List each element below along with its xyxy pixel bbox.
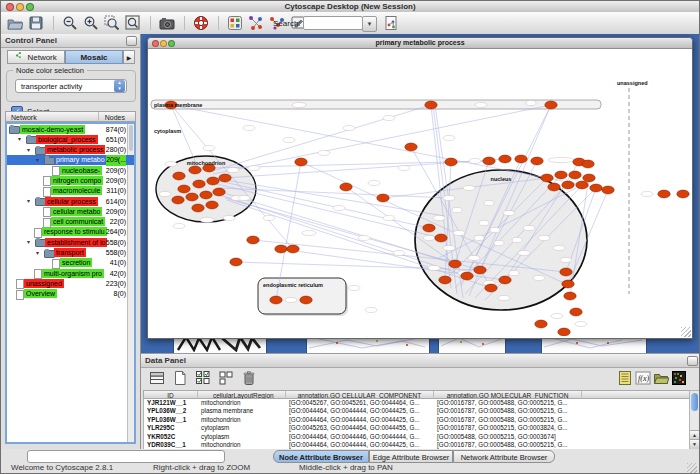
network-node[interactable] bbox=[564, 292, 576, 300]
table-cell[interactable]: [GO:0044464, GO:0044444, GO:0044425, G..… bbox=[286, 407, 434, 415]
node-label[interactable] bbox=[479, 220, 489, 225]
node-label[interactable] bbox=[533, 275, 545, 280]
search-input[interactable] bbox=[303, 16, 363, 30]
network-node[interactable] bbox=[461, 272, 473, 280]
tree-row-label[interactable]: cell communicat bbox=[51, 217, 105, 226]
node-label[interactable] bbox=[484, 200, 494, 205]
node-label[interactable] bbox=[509, 270, 519, 275]
network-tree-row[interactable]: ▾metabolic process280(0) bbox=[7, 145, 134, 155]
network-node[interactable] bbox=[425, 101, 437, 109]
network-node[interactable] bbox=[531, 157, 543, 165]
tree-row-label[interactable]: secretion bbox=[60, 258, 92, 267]
tree-row-label[interactable]: metabolic process bbox=[45, 145, 105, 154]
node-label[interactable] bbox=[318, 150, 330, 155]
node-label[interactable] bbox=[348, 285, 360, 290]
node-label[interactable] bbox=[548, 157, 574, 162]
network-node[interactable] bbox=[172, 196, 184, 204]
network-node[interactable] bbox=[445, 158, 457, 166]
network-edge[interactable] bbox=[225, 159, 505, 178]
network-node[interactable] bbox=[193, 180, 205, 188]
node-label[interactable] bbox=[469, 158, 481, 163]
open-folder-button[interactable] bbox=[7, 15, 23, 31]
tree-row-label[interactable]: response to stimulu bbox=[42, 227, 107, 236]
network-node[interactable] bbox=[499, 276, 511, 284]
table-cell[interactable]: YJR121W__1 bbox=[144, 399, 198, 407]
float-panel-icon[interactable] bbox=[687, 356, 698, 366]
disclosure-triangle-icon[interactable]: ▾ bbox=[27, 237, 30, 247]
node-label[interactable] bbox=[398, 165, 410, 170]
network-node[interactable] bbox=[192, 204, 204, 212]
network-tree-row[interactable]: secretion41(0) bbox=[7, 258, 134, 268]
tab-node-attribute-browser[interactable]: Node Attribute Browser bbox=[273, 450, 369, 463]
network-node[interactable] bbox=[558, 328, 570, 336]
network-node[interactable] bbox=[582, 160, 594, 168]
network-node[interactable] bbox=[423, 224, 435, 232]
network-node[interactable] bbox=[275, 245, 287, 253]
network-node[interactable] bbox=[247, 236, 259, 244]
tree-row-label[interactable]: Overview bbox=[24, 289, 57, 298]
network-node[interactable] bbox=[300, 296, 312, 304]
network-node[interactable] bbox=[200, 191, 212, 199]
network-node[interactable] bbox=[555, 171, 567, 179]
table-cell[interactable]: [GO:0045267, GO:0045261, GO:0044464, G..… bbox=[286, 399, 434, 407]
zoom-out-button[interactable] bbox=[62, 15, 78, 31]
tab-edge-attribute-browser[interactable]: Edge Attribute Browser bbox=[369, 450, 453, 463]
save-button[interactable] bbox=[28, 15, 44, 31]
node-label[interactable] bbox=[433, 215, 445, 220]
minimize-view-button[interactable] bbox=[160, 40, 167, 47]
node-label[interactable] bbox=[173, 223, 185, 228]
close-view-button[interactable] bbox=[152, 40, 159, 47]
network-node[interactable] bbox=[173, 172, 185, 180]
node-label[interactable] bbox=[223, 215, 235, 220]
network-tree-row[interactable]: Overview8(0) bbox=[7, 289, 134, 299]
table-cell[interactable]: mitochondrion bbox=[198, 399, 286, 407]
node-label[interactable] bbox=[238, 195, 250, 200]
table-cell[interactable]: YPL036W__2 bbox=[144, 407, 198, 415]
node-label[interactable] bbox=[494, 240, 504, 245]
network-node[interactable] bbox=[569, 171, 581, 179]
network-node[interactable] bbox=[576, 181, 588, 189]
node-label[interactable] bbox=[641, 191, 653, 196]
node-label[interactable] bbox=[283, 137, 295, 142]
node-label[interactable] bbox=[443, 195, 455, 200]
disclosure-triangle-icon[interactable]: ▾ bbox=[36, 248, 39, 258]
zoom-selected-button[interactable] bbox=[104, 15, 120, 31]
node-label[interactable] bbox=[538, 235, 550, 240]
tree-row-label[interactable]: biological_process bbox=[36, 135, 98, 144]
table-cell[interactable]: mitochondrion bbox=[198, 416, 286, 424]
tree-row-label[interactable]: cellular process bbox=[45, 197, 98, 206]
node-label[interactable] bbox=[453, 230, 465, 235]
network-tree-row[interactable]: nucleobase-209(0) bbox=[7, 165, 134, 175]
network-node[interactable] bbox=[219, 174, 231, 182]
node-label[interactable] bbox=[343, 125, 355, 130]
node-label[interactable] bbox=[383, 215, 395, 220]
scrollbar-thumb[interactable] bbox=[691, 393, 698, 411]
network-canvas[interactable]: plasma membranecytoplasmmitochondrionnuc… bbox=[149, 48, 691, 336]
help-ring-button[interactable] bbox=[193, 15, 209, 31]
tree-col-network[interactable]: Network bbox=[6, 114, 37, 121]
disclosure-triangle-icon[interactable]: ▾ bbox=[18, 134, 21, 144]
node-label[interactable] bbox=[560, 257, 572, 262]
deselect-attrs-button[interactable] bbox=[218, 370, 234, 386]
node-color-dropdown[interactable]: transporter activity ▲▼ bbox=[15, 79, 127, 93]
node-label[interactable] bbox=[475, 102, 487, 107]
node-label[interactable] bbox=[368, 180, 380, 185]
node-label[interactable] bbox=[474, 235, 484, 240]
network-node[interactable] bbox=[270, 296, 282, 304]
network-node[interactable] bbox=[583, 174, 595, 182]
node-label[interactable] bbox=[365, 307, 377, 312]
node-label[interactable] bbox=[553, 245, 565, 250]
network-node[interactable] bbox=[435, 234, 447, 242]
tab-network-attribute-browser[interactable]: Network Attribute Browser bbox=[453, 450, 555, 463]
table-cell[interactable]: YPL036W__1 bbox=[144, 416, 198, 424]
network-tree-row[interactable]: ▾biological_process651(0) bbox=[7, 134, 134, 144]
network-node[interactable] bbox=[287, 245, 299, 253]
tree-row-label[interactable]: nucleobase- bbox=[60, 166, 102, 175]
network-node[interactable] bbox=[405, 143, 417, 151]
table-vertical-scrollbar[interactable]: ▲ ▼ bbox=[689, 390, 700, 450]
network-node[interactable] bbox=[340, 183, 352, 191]
vizmapper-button[interactable] bbox=[227, 15, 243, 31]
search-dropdown-arrow[interactable]: ▼ bbox=[362, 16, 377, 32]
disclosure-triangle-icon[interactable]: ▾ bbox=[27, 145, 30, 155]
node-label[interactable] bbox=[452, 207, 462, 212]
